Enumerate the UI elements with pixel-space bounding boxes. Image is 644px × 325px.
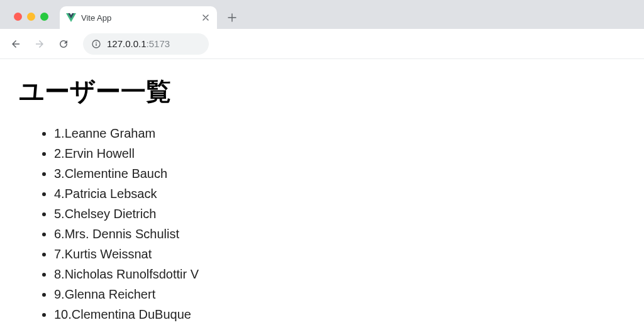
list-item: 1.Leanne Graham [54, 124, 625, 143]
maximize-window-button[interactable] [40, 13, 48, 21]
back-button[interactable] [5, 33, 26, 55]
list-item: 7.Kurtis Weissnat [54, 245, 625, 263]
window-controls [8, 4, 55, 29]
list-item: 2.Ervin Howell [54, 144, 625, 163]
url-text: 127.0.0.1:5173 [107, 38, 170, 49]
browser-chrome: Vite App 127.0.0.1:5173 [0, 0, 644, 59]
forward-button[interactable] [29, 33, 50, 55]
minimize-window-button[interactable] [27, 13, 35, 21]
close-tab-icon[interactable] [201, 13, 211, 23]
list-item: 5.Chelsey Dietrich [54, 204, 625, 223]
site-info-icon[interactable] [91, 38, 102, 50]
vue-favicon-icon [66, 13, 76, 23]
svg-point-1 [96, 41, 97, 43]
close-window-button[interactable] [14, 13, 22, 21]
tab-title: Vite App [81, 13, 196, 23]
list-item: 6.Mrs. Dennis Schulist [54, 224, 625, 243]
page-content: ユーザー一覧 1.Leanne Graham2.Ervin Howell3.Cl… [0, 59, 644, 325]
browser-toolbar: 127.0.0.1:5173 [0, 29, 644, 59]
list-item: 10.Clementina DuBuque [54, 305, 625, 324]
url-host: 127.0.0.1 [107, 38, 147, 49]
new-tab-button[interactable] [223, 9, 241, 26]
browser-tab[interactable]: Vite App [60, 6, 217, 29]
page-title: ユーザー一覧 [19, 74, 625, 109]
tab-strip: Vite App [0, 0, 644, 29]
list-item: 3.Clementine Bauch [54, 164, 625, 183]
list-item: 4.Patricia Lebsack [54, 184, 625, 203]
svg-rect-2 [96, 43, 96, 46]
list-item: 8.Nicholas Runolfsdottir V [54, 265, 625, 284]
user-list: 1.Leanne Graham2.Ervin Howell3.Clementin… [19, 124, 625, 324]
address-bar[interactable]: 127.0.0.1:5173 [83, 33, 209, 55]
url-port: :5173 [147, 38, 170, 49]
reload-button[interactable] [53, 33, 74, 55]
list-item: 9.Glenna Reichert [54, 285, 625, 304]
